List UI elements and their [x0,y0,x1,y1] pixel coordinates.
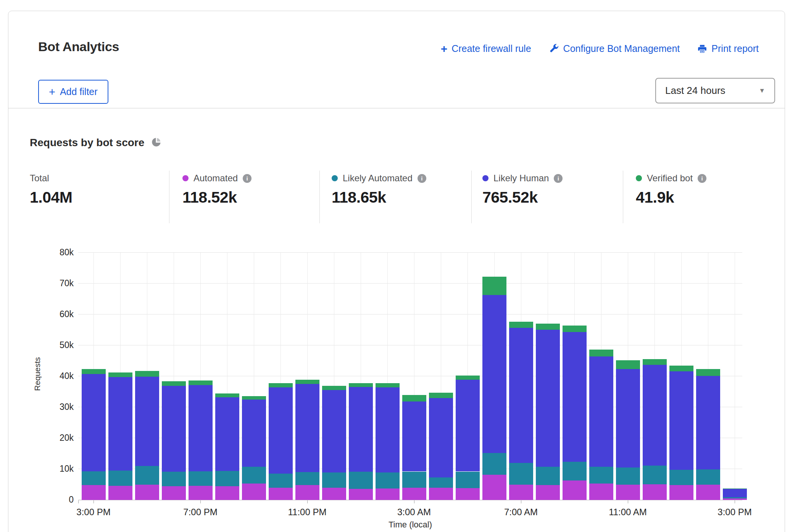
bar-segment-likely-automated[interactable] [322,472,346,488]
bar-segment-likely-automated[interactable] [482,453,506,475]
bar-segment-likely-human[interactable] [669,371,693,470]
bar-segment-likely-human[interactable] [696,376,720,469]
bar-400am[interactable] [429,393,453,500]
create-firewall-rule-link[interactable]: + Create firewall rule [441,43,531,54]
bar-segment-likely-human[interactable] [482,295,506,453]
bar-segment-verified-bot[interactable] [563,326,587,332]
info-icon[interactable]: i [554,174,563,183]
bar-700pm[interactable] [189,380,213,500]
bar-segment-automated[interactable] [82,485,106,500]
bar-segment-verified-bot[interactable] [215,393,239,397]
bar-segment-verified-bot[interactable] [456,376,480,380]
bar-segment-likely-automated[interactable] [456,472,480,488]
bar-segment-verified-bot[interactable] [696,369,720,376]
bar-segment-likely-automated[interactable] [402,472,426,488]
bar-segment-likely-automated[interactable] [295,472,319,485]
bar-segment-likely-automated[interactable] [269,474,293,487]
bar-segment-likely-human[interactable] [269,387,293,474]
bar-segment-likely-human[interactable] [162,386,186,472]
bar-200am[interactable] [376,383,400,500]
bar-segment-automated[interactable] [536,485,560,500]
bar-segment-automated[interactable] [349,489,373,500]
bar-segment-likely-automated[interactable] [509,463,533,485]
bar-900am[interactable] [563,326,587,500]
bar-segment-likely-automated[interactable] [589,467,613,484]
bar-segment-likely-automated[interactable] [242,467,266,484]
bar-segment-verified-bot[interactable] [242,396,266,400]
bar-500am[interactable] [456,376,480,500]
bar-segment-likely-automated[interactable] [376,472,400,488]
bar-600pm[interactable] [162,381,186,500]
bar-segment-verified-bot[interactable] [295,380,319,384]
bar-segment-likely-human[interactable] [456,380,480,472]
bar-segment-verified-bot[interactable] [349,383,373,387]
bar-segment-automated[interactable] [456,488,480,500]
bar-segment-likely-human[interactable] [242,400,266,467]
bar-1000pm[interactable] [269,383,293,500]
bar-segment-likely-human[interactable] [509,328,533,463]
configure-bot-management-link[interactable]: Configure Bot Management [549,43,680,54]
bar-segment-likely-human[interactable] [349,387,373,472]
bar-700am[interactable] [509,322,533,500]
bar-segment-automated[interactable] [563,480,587,500]
bar-500pm[interactable] [135,371,159,500]
bar-segment-likely-human[interactable] [108,377,132,471]
bar-segment-automated[interactable] [429,488,453,500]
bar-segment-likely-automated[interactable] [696,469,720,485]
bar-segment-likely-automated[interactable] [108,471,132,486]
bar-segment-verified-bot[interactable] [536,324,560,330]
bar-segment-automated[interactable] [589,484,613,500]
bar-segment-verified-bot[interactable] [616,360,640,369]
info-icon[interactable]: i [243,174,252,183]
bar-segment-verified-bot[interactable] [376,383,400,387]
bar-segment-likely-human[interactable] [402,401,426,472]
print-report-link[interactable]: Print report [697,43,759,54]
bar-segment-verified-bot[interactable] [162,381,186,386]
bar-segment-verified-bot[interactable] [429,393,453,398]
bar-segment-verified-bot[interactable] [589,350,613,357]
bar-200pm[interactable] [696,369,720,500]
bar-segment-likely-automated[interactable] [82,471,106,485]
bar-1200pm[interactable] [643,359,667,500]
bar-segment-automated[interactable] [669,485,693,500]
info-icon[interactable]: i [418,174,426,183]
bar-segment-automated[interactable] [269,488,293,500]
bar-segment-likely-automated[interactable] [563,462,587,480]
bar-segment-likely-human[interactable] [295,384,319,472]
bar-1000am[interactable] [589,350,613,500]
bar-segment-likely-automated[interactable] [135,466,159,485]
bar-1100pm[interactable] [295,380,319,500]
bar-segment-automated[interactable] [482,475,506,500]
bar-segment-automated[interactable] [295,485,319,500]
bar-segment-likely-automated[interactable] [616,468,640,485]
bar-300am[interactable] [402,395,426,500]
bar-800pm[interactable] [215,393,239,500]
bar-segment-verified-bot[interactable] [723,488,747,489]
bar-segment-likely-automated[interactable] [189,471,213,486]
bar-segment-likely-automated[interactable] [429,477,453,488]
bar-segment-verified-bot[interactable] [402,395,426,401]
bar-300pm[interactable] [723,488,747,500]
bar-segment-likely-automated[interactable] [536,467,560,485]
bar-400pm[interactable] [108,372,132,500]
bar-segment-verified-bot[interactable] [269,383,293,387]
bar-segment-verified-bot[interactable] [509,322,533,327]
bar-segment-automated[interactable] [643,484,667,500]
bar-segment-likely-human[interactable] [376,387,400,472]
bar-segment-likely-automated[interactable] [162,472,186,486]
bar-300pm[interactable] [82,369,106,500]
bar-segment-automated[interactable] [242,484,266,500]
bar-segment-likely-human[interactable] [189,385,213,471]
bar-segment-likely-human[interactable] [322,390,346,472]
bar-segment-likely-automated[interactable] [669,470,693,485]
bar-segment-likely-automated[interactable] [643,466,667,484]
bar-segment-likely-human[interactable] [589,356,613,466]
bar-segment-automated[interactable] [696,485,720,500]
bar-segment-verified-bot[interactable] [482,277,506,295]
bar-segment-automated[interactable] [135,485,159,500]
bar-segment-likely-human[interactable] [723,489,747,497]
bar-segment-verified-bot[interactable] [189,380,213,385]
bar-100am[interactable] [349,383,373,500]
bar-800am[interactable] [536,324,560,500]
bar-segment-automated[interactable] [108,486,132,500]
